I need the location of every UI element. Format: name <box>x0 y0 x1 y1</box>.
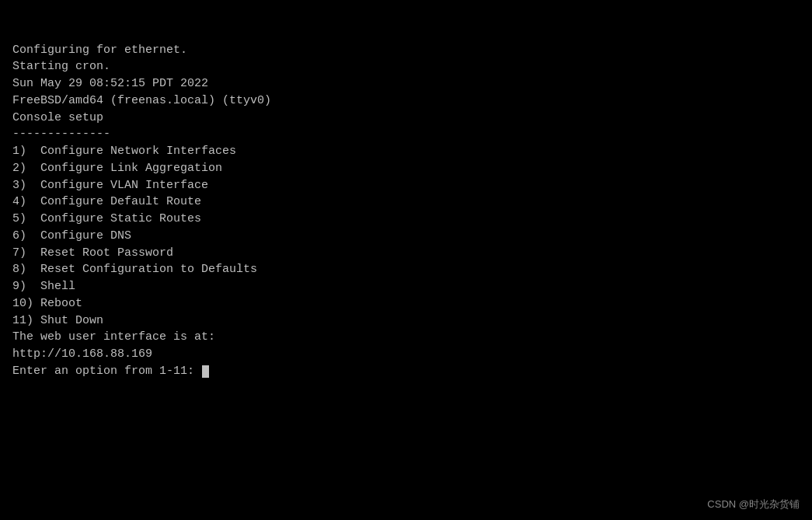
terminal-line: 6) Configure DNS <box>12 228 800 245</box>
terminal-line: The web user interface is at: <box>12 329 800 346</box>
terminal-line: 5) Configure Static Routes <box>12 211 800 228</box>
terminal-line: 11) Shut Down <box>12 312 800 330</box>
terminal-line: 9) Shell <box>12 278 800 295</box>
terminal-window[interactable]: Configuring for ethernet.Starting cron.S… <box>0 0 812 520</box>
terminal-line: Sun May 29 08:52:15 PDT 2022 <box>12 75 800 92</box>
terminal-line: http://10.168.88.169 <box>12 346 800 363</box>
terminal-line: 7) Reset Root Password <box>12 245 800 262</box>
terminal-line: 10) Reboot <box>12 295 800 312</box>
terminal-line: 8) Reset Configuration to Defaults <box>12 261 800 278</box>
terminal-line: 2) Configure Link Aggregation <box>12 160 800 177</box>
terminal-line: 1) Configure Network Interfaces <box>12 143 800 160</box>
terminal-line: -------------- <box>12 126 800 143</box>
terminal-line: Configuring for ethernet. <box>12 42 800 59</box>
terminal-line: Enter an option from 1-11: <box>12 363 800 380</box>
terminal-line: Console setup <box>12 110 800 127</box>
terminal-cursor <box>202 365 209 378</box>
terminal-line: Starting cron. <box>12 58 800 75</box>
watermark-label: CSDN @时光杂货铺 <box>707 497 800 512</box>
terminal-line: 4) Configure Default Route <box>12 194 800 211</box>
terminal-line: 3) Configure VLAN Interface <box>12 177 800 194</box>
terminal-line: FreeBSD/amd64 (freenas.local) (ttyv0) <box>12 92 800 110</box>
terminal-output: Configuring for ethernet.Starting cron.S… <box>12 8 800 380</box>
